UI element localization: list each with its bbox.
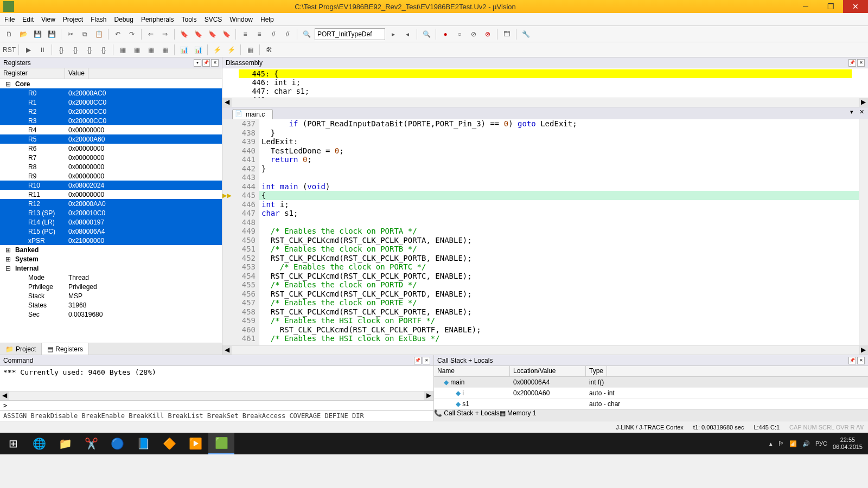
taskbar-explorer-icon[interactable]: 📁 — [52, 433, 78, 454]
register-row[interactable]: R30x20000CC0 — [0, 116, 222, 125]
stop-icon[interactable]: ⏸ — [36, 44, 48, 56]
new-icon[interactable]: 🗋 — [3, 28, 15, 40]
start-button[interactable]: ⊞ — [0, 433, 26, 454]
register-row[interactable]: R60x00000000 — [0, 144, 222, 153]
uncomment-icon[interactable]: // — [282, 28, 293, 40]
menu-edit[interactable]: Edit — [22, 16, 34, 23]
register-row[interactable]: R13 (SP)0x200010C0 — [0, 208, 222, 217]
step-out-icon[interactable]: {} — [84, 44, 95, 56]
show-serial-icon[interactable]: ▦ — [159, 44, 171, 56]
pane-pin-icon[interactable]: 📌 — [202, 59, 210, 67]
taskbar-app1-icon[interactable]: 🔶 — [156, 433, 182, 454]
callstack-col-type[interactable]: Type — [586, 366, 607, 376]
register-row[interactable]: Sec0.00319680 — [0, 310, 222, 319]
pane-pin-icon[interactable]: 📌 — [848, 59, 856, 67]
tab-project[interactable]: 📁 Project — [0, 343, 42, 355]
callstack-body[interactable]: ◆ main0x080006A4int f()◆ i0x20000A60auto… — [434, 377, 868, 409]
scrollbar-horizontal[interactable]: ◀▶ — [222, 345, 868, 355]
undo-icon[interactable]: ↶ — [112, 28, 124, 40]
nav-back-icon[interactable]: ⇐ — [145, 28, 157, 40]
tab-close-icon[interactable]: ✕ — [857, 108, 866, 117]
command-input[interactable]: > — [0, 400, 433, 410]
taskbar-snip-icon[interactable]: ✂️ — [78, 433, 104, 454]
show-disasm-icon[interactable]: ▦ — [117, 44, 129, 56]
pane-pin-icon[interactable]: 📌 — [414, 357, 422, 364]
save-icon[interactable]: 💾 — [31, 28, 43, 40]
register-row[interactable]: R40x00000000 — [0, 125, 222, 134]
register-row[interactable]: R10x20000CC0 — [0, 98, 222, 107]
debug-icon[interactable]: 🔍 — [420, 28, 432, 40]
callstack-row[interactable]: ◆ main0x080006A4int f() — [434, 377, 868, 388]
saveall-icon[interactable]: 💾 — [46, 28, 58, 40]
register-row[interactable]: R00x20000AC0 — [0, 88, 222, 98]
pane-close-icon[interactable]: ✕ — [857, 59, 865, 67]
taskbar-ie-icon[interactable]: 🌐 — [26, 433, 52, 454]
taskbar-uvision-icon[interactable]: 🟩 — [208, 433, 234, 454]
find-icon[interactable]: 🔍 — [301, 28, 312, 40]
breakpoint-disable-icon[interactable]: ⊘ — [468, 28, 480, 40]
register-row[interactable]: StackMSP — [0, 291, 222, 300]
callstack-row[interactable]: ◆ s1auto - char — [434, 399, 868, 409]
paste-icon[interactable]: 📋 — [93, 28, 105, 40]
bookmark-icon[interactable]: 🔖 — [178, 28, 190, 40]
tray-up-icon[interactable]: ▴ — [769, 440, 773, 447]
taskbar-chrome-icon[interactable]: 🔵 — [104, 433, 130, 454]
taskbar-media-icon[interactable]: ▶️ — [182, 433, 208, 454]
scrollbar-vertical[interactable] — [859, 119, 868, 345]
register-row[interactable]: R80x00000000 — [0, 162, 222, 171]
comment-icon[interactable]: // — [267, 28, 279, 40]
register-row[interactable]: R14 (LR)0x08000197 — [0, 217, 222, 227]
step-over-icon[interactable]: {} — [69, 44, 81, 56]
register-row[interactable]: R20x20000CC0 — [0, 107, 222, 116]
registers-tree[interactable]: CoreR00x20000AC0R10x20000CC0R20x20000CC0… — [0, 79, 222, 343]
tray-flag-icon[interactable]: 🏳 — [778, 440, 784, 447]
run-icon[interactable]: ▶ — [22, 44, 34, 56]
tab-list-icon[interactable]: ▾ — [847, 108, 856, 117]
register-row[interactable]: States31968 — [0, 300, 222, 310]
register-row[interactable]: R120x20000AA0 — [0, 199, 222, 208]
reset-icon[interactable]: RST — [3, 44, 15, 56]
callstack-col-name[interactable]: Name — [434, 366, 510, 376]
menu-tools[interactable]: Tools — [182, 16, 197, 23]
outdent-icon[interactable]: ≡ — [253, 28, 265, 40]
show-regs-icon[interactable]: ▦ — [131, 44, 143, 56]
callstack-col-location[interactable]: Location/Value — [510, 366, 586, 376]
pane-close-icon[interactable]: ✕ — [423, 357, 430, 364]
register-row[interactable]: R15 (PC)0x080006A4 — [0, 227, 222, 236]
tray-volume-icon[interactable]: 🔊 — [802, 440, 810, 447]
indent-icon[interactable]: ≡ — [239, 28, 251, 40]
menu-svcs[interactable]: SVCS — [205, 16, 222, 23]
menu-peripherals[interactable]: Peripherals — [141, 16, 174, 23]
register-row[interactable]: R110x00000000 — [0, 190, 222, 199]
step-icon[interactable]: {} — [55, 44, 67, 56]
analysis1-icon[interactable]: 📊 — [178, 44, 190, 56]
pane-close-icon[interactable]: ✕ — [857, 357, 865, 364]
cut-icon[interactable]: ✂ — [65, 28, 76, 40]
breakpoint-insert-icon[interactable]: ● — [439, 28, 451, 40]
menu-view[interactable]: View — [41, 16, 55, 23]
pane-menu-icon[interactable]: ▾ — [194, 59, 201, 67]
maximize-button[interactable]: ❐ — [818, 0, 843, 13]
minimize-button[interactable]: ─ — [793, 0, 818, 13]
configure-icon[interactable]: 🔧 — [520, 28, 532, 40]
analysis2-icon[interactable]: 📊 — [192, 44, 204, 56]
tray-lang[interactable]: РУС — [815, 440, 827, 447]
open-icon[interactable]: 📂 — [17, 28, 29, 40]
menu-project[interactable]: Project — [63, 16, 83, 23]
register-row[interactable]: R70x00000000 — [0, 153, 222, 162]
register-row[interactable]: R100x08002024 — [0, 181, 222, 190]
system-viewer-icon[interactable]: ▦ — [244, 44, 256, 56]
bookmark-prev-icon[interactable]: 🔖 — [192, 28, 204, 40]
menu-file[interactable]: File — [4, 16, 15, 23]
trace1-icon[interactable]: ⚡ — [211, 44, 223, 56]
find-combo[interactable] — [315, 28, 385, 40]
tools-icon[interactable]: 🛠 — [263, 44, 275, 56]
breakpoint-killall-icon[interactable]: ⊗ — [482, 28, 494, 40]
disassembly-body[interactable]: 445: { 446: int i; 447: char s1; 448: — [222, 68, 868, 98]
nav-fwd-icon[interactable]: ⇒ — [159, 28, 171, 40]
register-row[interactable]: xPSR0x21000000 — [0, 236, 222, 245]
menu-help[interactable]: Help — [260, 16, 274, 23]
trace2-icon[interactable]: ⚡ — [225, 44, 237, 56]
scrollbar-horizontal[interactable]: ◀▶ — [0, 391, 433, 400]
find-next-icon[interactable]: ▸ — [387, 28, 399, 40]
